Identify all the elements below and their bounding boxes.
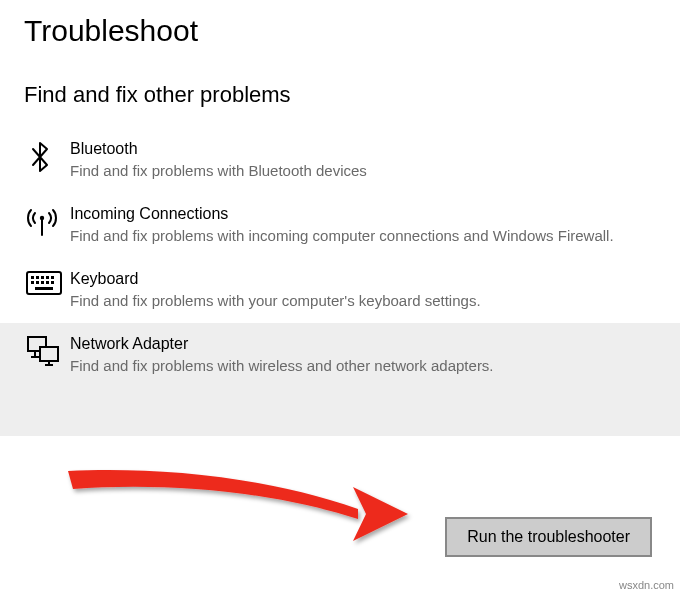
svg-rect-11	[46, 281, 49, 284]
item-incoming-connections[interactable]: Incoming Connections Find and fix proble…	[0, 193, 680, 258]
svg-rect-5	[41, 276, 44, 279]
svg-rect-3	[31, 276, 34, 279]
item-desc: Find and fix problems with incoming comp…	[70, 225, 656, 246]
annotation-arrow	[58, 459, 418, 569]
troubleshooter-list: Bluetooth Find and fix problems with Blu…	[0, 122, 680, 436]
svg-rect-12	[51, 281, 54, 284]
keyboard-icon	[26, 268, 70, 304]
network-adapter-icon	[26, 333, 70, 369]
item-desc: Find and fix problems with Bluetooth dev…	[70, 160, 656, 181]
item-bluetooth[interactable]: Bluetooth Find and fix problems with Blu…	[0, 128, 680, 193]
item-title: Keyboard	[70, 268, 656, 290]
item-network-adapter[interactable]: Network Adapter Find and fix problems wi…	[0, 323, 680, 436]
svg-rect-4	[36, 276, 39, 279]
item-desc: Find and fix problems with wireless and …	[70, 355, 656, 376]
page-title: Troubleshoot	[0, 0, 680, 48]
item-desc: Find and fix problems with your computer…	[70, 290, 656, 311]
item-title: Network Adapter	[70, 333, 656, 355]
svg-rect-6	[46, 276, 49, 279]
watermark: wsxdn.com	[619, 579, 674, 591]
svg-rect-7	[51, 276, 54, 279]
antenna-icon	[26, 203, 70, 239]
svg-rect-15	[40, 347, 58, 361]
svg-rect-8	[31, 281, 34, 284]
section-title: Find and fix other problems	[0, 48, 680, 122]
svg-rect-9	[36, 281, 39, 284]
svg-rect-13	[35, 287, 53, 290]
svg-rect-10	[41, 281, 44, 284]
bluetooth-icon	[26, 138, 70, 174]
run-troubleshooter-button[interactable]: Run the troubleshooter	[445, 517, 652, 557]
item-keyboard[interactable]: Keyboard Find and fix problems with your…	[0, 258, 680, 323]
item-title: Bluetooth	[70, 138, 656, 160]
item-title: Incoming Connections	[70, 203, 656, 225]
